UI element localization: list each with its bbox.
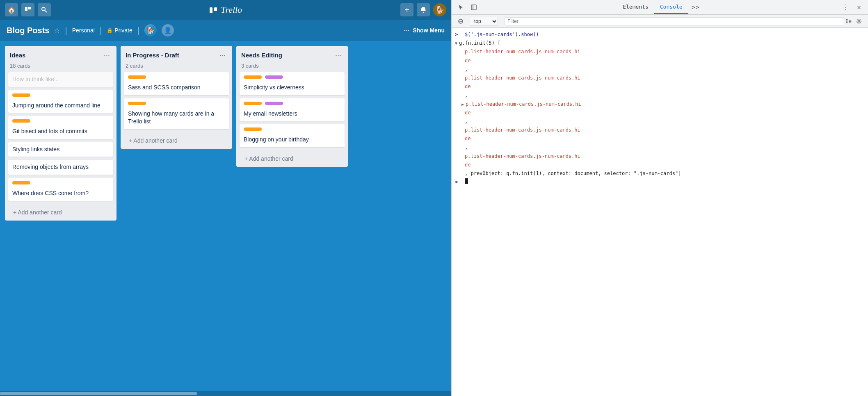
boards-icon[interactable] — [21, 3, 34, 16]
console-array-item-5: p.list-header-num-cards.js-num-cards.hi — [452, 152, 868, 161]
user-avatar[interactable]: 🐕 — [433, 3, 446, 16]
card-label-orange — [244, 102, 262, 105]
context-select[interactable]: top — [470, 17, 498, 26]
add-button[interactable]: + — [400, 3, 413, 16]
home-icon[interactable]: 🏠 — [5, 3, 18, 16]
tab-elements[interactable]: Elements — [617, 0, 654, 14]
list-item[interactable]: My email newsletters — [240, 98, 345, 121]
console-comma-4: , — [452, 143, 868, 152]
list-item[interactable]: Styling links states — [8, 142, 113, 157]
list-title-ideas: Ideas — [10, 52, 25, 59]
list-item[interactable]: Sass and SCSS comparison — [124, 72, 229, 95]
list-cards-in-progress: Sass and SCSS comparison Showing how man… — [121, 72, 232, 132]
list-item[interactable]: How to think like... — [8, 72, 113, 87]
list-menu-ideas[interactable]: ··· — [102, 50, 112, 60]
add-member-button[interactable]: 👤 — [162, 24, 174, 36]
card-label-orange — [128, 102, 146, 105]
console-prompt-2: > — [455, 178, 461, 186]
devtools-toolbar: top De — [452, 15, 868, 28]
card-title: Blogging on your birthday — [244, 136, 340, 144]
list-ideas: Ideas ··· 18 cards How to think like... … — [5, 46, 116, 221]
list-title-in-progress: In Progress - Draft — [126, 52, 179, 59]
list-in-progress: In Progress - Draft ··· 2 cards Sass and… — [121, 46, 232, 149]
list-item[interactable]: Simplicity vs cleverness — [240, 72, 345, 95]
list-item[interactable]: Removing objects from arrays — [8, 160, 113, 175]
card-label-orange — [12, 93, 30, 97]
svg-rect-0 — [25, 7, 27, 11]
svg-rect-6 — [471, 5, 476, 10]
devtools-no-entry-icon[interactable] — [455, 16, 466, 27]
search-icon[interactable] — [38, 3, 51, 16]
expand-icon[interactable] — [455, 39, 457, 47]
list-item[interactable]: Showing how many cards are in a Trello l… — [124, 98, 229, 129]
console-link-1b[interactable]: de — [465, 57, 471, 65]
workspace-label: Personal — [72, 27, 95, 34]
trello-topbar: 🏠 Trello — [0, 0, 451, 20]
prev-object-text: , prevObject: g.fn.init(1), context: doc… — [465, 170, 681, 178]
console-link-3b[interactable]: de — [465, 109, 471, 117]
console-array-item-4: p.list-header-num-cards.js-num-cards.hi — [452, 126, 868, 134]
list-count-ideas: 18 cards — [5, 63, 116, 72]
card-label-orange — [244, 75, 262, 79]
devtools-menu-button[interactable]: ⋮ — [840, 2, 852, 13]
list-item[interactable]: Jumping around the command line — [8, 90, 113, 113]
board-member-avatar[interactable]: 🐕 — [144, 24, 157, 36]
console-array-item-3b: de — [452, 109, 868, 117]
devtools-close-button[interactable]: ✕ — [853, 2, 865, 13]
list-header-ideas: Ideas ··· — [5, 46, 116, 63]
console-comma-3: , — [452, 117, 868, 126]
devtools-settings-icon[interactable] — [853, 16, 865, 27]
console-array-item-1b: de — [452, 57, 868, 65]
list-menu-needs-editing[interactable]: ··· — [333, 50, 343, 60]
expand-icon-3[interactable] — [461, 100, 464, 108]
devtools-console: > $('.js-num-cards').show() g.fn.init(5)… — [452, 28, 868, 396]
console-cursor — [465, 178, 468, 184]
console-link-4[interactable]: p.list-header-num-cards.js-num-cards.hi — [465, 126, 580, 134]
list-item[interactable]: Blogging on your birthday — [240, 124, 345, 147]
board-scrollbar[interactable] — [0, 391, 451, 396]
list-cards-ideas: How to think like... Jumping around the … — [5, 72, 116, 204]
list-item[interactable]: Where does CSS come from? — [8, 178, 113, 201]
show-menu-button[interactable]: Show Menu — [413, 27, 445, 34]
add-card-in-progress[interactable]: + Add another card — [124, 134, 229, 147]
console-array-item-2b: de — [452, 82, 868, 91]
console-new-input-line[interactable]: > — [452, 178, 868, 187]
console-array-item-4b: de — [452, 134, 868, 143]
card-title: Showing how many cards are in a Trello l… — [128, 110, 225, 126]
list-count-in-progress: 2 cards — [121, 63, 232, 72]
console-link-5b[interactable]: de — [465, 161, 471, 169]
notification-button[interactable] — [417, 3, 430, 16]
console-prev-object: , prevObject: g.fn.init(1), context: doc… — [452, 169, 868, 178]
list-needs-editing: Needs Editing ··· 3 cards Simplicity vs … — [236, 46, 348, 167]
console-link-2b[interactable]: de — [465, 83, 471, 91]
console-link-4b[interactable]: de — [465, 135, 471, 143]
board-header-right: ··· Show Menu — [403, 26, 445, 35]
add-card-ideas[interactable]: + Add another card — [8, 206, 113, 219]
devtools-dock-icon[interactable] — [468, 2, 480, 13]
board-options-button[interactable]: ··· — [403, 26, 409, 35]
console-output-line: g.fn.init(5) [ — [452, 39, 868, 48]
list-count-needs-editing: 3 cards — [236, 63, 348, 72]
console-array-item-2: p.list-header-num-cards.js-num-cards.hi — [452, 74, 868, 82]
card-label-orange — [244, 127, 262, 131]
svg-point-2 — [42, 7, 45, 11]
console-link-3[interactable]: p.list-header-num-cards.js-num-cards.hi — [466, 100, 581, 108]
console-link-1[interactable]: p.list-header-num-cards.js-num-cards.hi — [465, 48, 580, 56]
tab-more[interactable]: >> — [688, 2, 703, 13]
console-input-text: $('.js-num-cards').show() — [465, 31, 539, 39]
console-link-5[interactable]: p.list-header-num-cards.js-num-cards.hi — [465, 152, 580, 160]
list-menu-in-progress[interactable]: ··· — [218, 50, 227, 60]
list-header-in-progress: In Progress - Draft ··· — [121, 46, 232, 63]
list-item[interactable]: Git bisect and lots of commits — [8, 116, 113, 139]
topbar-right: + 🐕 — [400, 3, 446, 16]
board-title: Blog Posts — [7, 26, 49, 35]
console-link-2[interactable]: p.list-header-num-cards.js-num-cards.hi — [465, 74, 580, 82]
console-array-item-3: p.list-header-num-cards.js-num-cards.hi — [452, 100, 868, 109]
star-icon[interactable]: ☆ — [54, 27, 60, 34]
devtools-pointer-icon[interactable] — [455, 2, 466, 13]
filter-input[interactable] — [505, 17, 844, 25]
svg-line-3 — [45, 11, 47, 12]
card-title: Sass and SCSS comparison — [128, 84, 225, 92]
add-card-needs-editing[interactable]: + Add another card — [240, 152, 345, 165]
tab-console[interactable]: Console — [654, 0, 688, 14]
